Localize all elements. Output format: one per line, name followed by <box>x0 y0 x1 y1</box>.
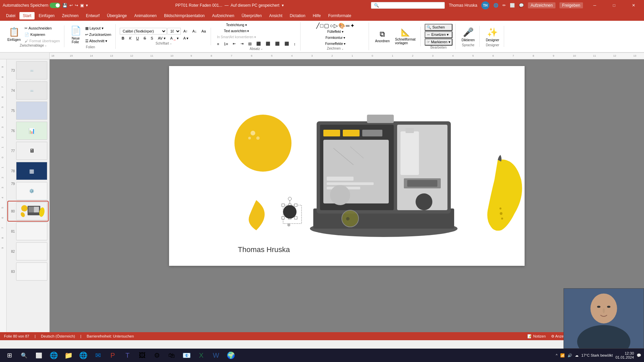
taskbar-notification[interactable]: 💬 <box>637 353 641 358</box>
taskbar-excel[interactable]: X <box>195 349 208 362</box>
shape-line[interactable]: ╱ <box>316 22 320 29</box>
slide-thumb-74[interactable]: 74 ⌨️ <box>8 81 48 100</box>
shape-rounded[interactable]: ▢ <box>324 22 329 29</box>
formeffekte-btn[interactable]: Formeffekte ▾ <box>305 41 366 47</box>
slide-thumb-80[interactable]: 80 <box>8 201 48 221</box>
font-size-selector[interactable]: 18 <box>167 28 181 35</box>
menu-ansicht[interactable]: Ansicht <box>266 12 285 19</box>
align-right-btn[interactable]: ⬛ <box>273 41 282 47</box>
taskbar-powerpoint[interactable]: P <box>106 349 119 362</box>
indent-inc-btn[interactable]: ⇥ <box>238 41 246 47</box>
taskbar-clock[interactable]: 12:30 01.01.2024 <box>615 351 634 359</box>
markieren-btn[interactable]: ☞ Markieren ▾ <box>425 39 452 46</box>
shape-arrow[interactable]: ▷ <box>334 22 338 29</box>
font-decrease-btn[interactable]: A↓ <box>191 28 199 34</box>
format-copy-button[interactable]: 🖌 Format übertragen <box>23 38 61 44</box>
undo-icon[interactable]: ↩ <box>69 3 73 8</box>
anordnen-btn[interactable]: ⧉ Anordnen <box>373 28 391 44</box>
taskbar-network[interactable]: 📶 <box>560 353 565 358</box>
menu-start[interactable]: Start <box>19 12 35 19</box>
aufzeichnen-btn[interactable]: Aufzeichnen <box>528 2 555 8</box>
font-selector[interactable]: Calibri (Textkörper) <box>120 28 167 35</box>
font-color-btn[interactable]: A _ ▾ <box>168 35 181 42</box>
slide-thumb-76[interactable]: 76 📊 <box>8 121 48 140</box>
italic-btn[interactable]: K <box>127 35 133 41</box>
menu-datei[interactable]: Datei <box>3 12 19 19</box>
align-left-btn[interactable]: ⬛ <box>254 41 263 47</box>
maximize-button[interactable]: □ <box>606 0 622 11</box>
menu-ueberpruefen[interactable]: Überprüfen <box>238 12 265 19</box>
char-spacing-btn[interactable]: AV ▾ <box>156 35 168 42</box>
cut-button[interactable]: ✂ Ausschneiden <box>23 25 61 31</box>
slide-thumb-78[interactable]: 78 ▦ <box>8 161 48 181</box>
taskbar-edge[interactable]: 🌐 <box>47 349 60 362</box>
menu-hilfe[interactable]: Hilfe <box>309 12 324 19</box>
notes-btn[interactable]: 📝 Notizen <box>527 334 545 339</box>
shadow-btn[interactable]: S <box>149 35 155 41</box>
slide-thumb-81[interactable]: 81 <box>8 222 48 241</box>
menu-dictation[interactable]: Dictation <box>286 12 309 19</box>
menu-entwurf[interactable]: Entwurf <box>83 12 103 19</box>
justify-btn[interactable]: ⬛ <box>282 41 291 47</box>
section-button[interactable]: ☰ Abschnitt ▾ <box>84 38 113 44</box>
fuelleffekt-btn[interactable]: Fülleffekt ▾ <box>305 29 366 35</box>
menu-uebergaenge[interactable]: Übergänge <box>104 12 130 19</box>
reset-button[interactable]: ↩ Zurücksetzen <box>84 32 113 38</box>
slide-thumb-75[interactable]: 75 <box>8 101 48 120</box>
taskbar-chrome[interactable]: 🌐 <box>76 349 90 362</box>
save-icon[interactable]: 💾 <box>62 3 67 8</box>
align-center-btn[interactable]: ⬛ <box>264 41 272 47</box>
smartart-btn[interactable]: In SmartArt konvertieren ▾ <box>215 34 258 40</box>
font-increase-btn[interactable]: A↑ <box>181 28 190 34</box>
slide-thumb-77[interactable]: 77 🖥 <box>8 141 48 161</box>
menu-zeichnen[interactable]: Zeichnen <box>59 12 82 19</box>
bold-btn[interactable]: B <box>120 35 126 41</box>
bullets-btn[interactable]: ≡ <box>215 41 221 47</box>
taskview-btn[interactable]: ⬜ <box>32 349 46 362</box>
taskbar-photos[interactable]: 🖼 <box>136 349 149 362</box>
search-box[interactable]: 🔍 Suchen <box>371 2 445 9</box>
underline-btn[interactable]: U <box>134 35 141 41</box>
diktieren-btn[interactable]: 🎤 Diktieren <box>460 26 477 43</box>
canvas-area[interactable]: ⊕ ⊕ <box>50 59 644 332</box>
col-btn[interactable]: ▤ <box>246 41 254 47</box>
slide-thumb-82[interactable]: 82 <box>8 242 48 261</box>
menu-formformate[interactable]: Formformate <box>325 12 355 19</box>
suchen-btn[interactable]: 🔍 Suchen <box>425 24 452 31</box>
formkontur-btn[interactable]: Formkontur ▾ <box>305 35 366 41</box>
start-button[interactable]: ⊞ <box>3 349 16 362</box>
customize-icon[interactable]: ▾ <box>86 3 88 8</box>
ausrichten-btn[interactable]: Text ausrichten ▾ <box>215 28 258 34</box>
indent-dec-btn[interactable]: ⇤ <box>231 41 238 47</box>
slide-thumb-79[interactable]: 79 ⚙️ <box>8 181 48 201</box>
menu-einfuegen[interactable]: Einfügen <box>35 12 58 19</box>
taskbar-volume[interactable]: 🔊 <box>568 353 572 358</box>
copy-button[interactable]: 📄 Kopieren <box>23 32 61 38</box>
taskbar-browser2[interactable]: 🌍 <box>224 349 237 362</box>
taskbar-store[interactable]: 🛍 <box>165 349 178 362</box>
shape-effects[interactable]: ✦ <box>350 22 355 29</box>
taskbar-hidden-icons[interactable]: ^ <box>556 353 557 357</box>
shape-linecolor[interactable]: ═ <box>346 23 350 29</box>
paste-button[interactable]: 📋 Einfügen <box>5 25 22 43</box>
textrichtung-btn[interactable]: Textrichtung ▾ <box>215 22 258 28</box>
search-taskbar[interactable]: 🔍 <box>17 349 31 362</box>
ersetzen-btn[interactable]: ↔ Ersetzen ▾ <box>425 31 452 38</box>
close-button[interactable]: ✕ <box>626 0 641 11</box>
numbering-btn[interactable]: 1≡ <box>222 41 230 47</box>
layout-button[interactable]: ▦ Layout ▾ <box>84 25 113 31</box>
clear-format-btn[interactable]: Aa <box>199 28 208 34</box>
taskbar-teams[interactable]: T <box>121 349 134 362</box>
designer-btn[interactable]: ✨ Designer <box>484 26 501 43</box>
shape-circle[interactable]: ○ <box>330 23 333 29</box>
shape-rect[interactable]: □ <box>320 23 324 29</box>
taskbar-outlook[interactable]: ✉ <box>91 349 105 362</box>
schnellformat-btn[interactable]: 📐 Schnellformatvorlagen <box>393 27 418 46</box>
menu-bildschirm[interactable]: Bildschirmpräsentation <box>161 12 208 19</box>
linespacing-btn[interactable]: ↕ <box>292 41 298 47</box>
slide-thumb-73[interactable]: 73 ⌨️ <box>8 61 48 80</box>
autosave-toggle[interactable]: Automatisches Speichern <box>3 3 60 8</box>
freigeben-btn[interactable]: Freigeben <box>559 2 583 8</box>
highlight-btn[interactable]: A ▾ <box>181 35 191 42</box>
menu-aufzeichnen[interactable]: Aufzeichnen <box>209 12 237 19</box>
